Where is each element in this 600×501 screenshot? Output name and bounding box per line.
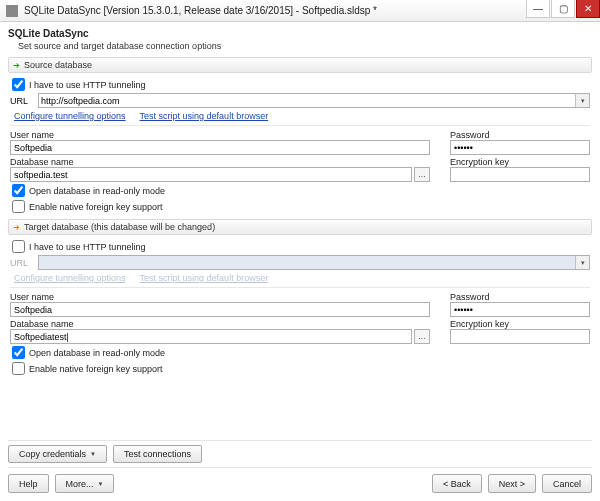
maximize-button[interactable]: ▢: [551, 0, 575, 18]
chevron-down-icon: ▾: [575, 256, 589, 269]
source-dbname-browse-button[interactable]: …: [414, 167, 430, 182]
source-enckey-input[interactable]: [450, 167, 590, 182]
target-dbname-browse-button[interactable]: …: [414, 329, 430, 344]
source-fk-checkbox[interactable]: [12, 200, 25, 213]
target-section-title: Target database (this database will be c…: [24, 222, 215, 232]
source-readonly-checkbox[interactable]: [12, 184, 25, 197]
target-username-input[interactable]: Softpedia: [10, 302, 430, 317]
source-readonly-label: Open database in read-only mode: [29, 186, 165, 196]
source-password-label: Password: [450, 130, 590, 140]
source-configure-tunnel-link[interactable]: Configure tunnelling options: [14, 111, 126, 121]
test-connections-button[interactable]: Test connections: [113, 445, 202, 463]
back-button[interactable]: < Back: [432, 474, 482, 493]
source-dbname-input[interactable]: softpedia.test: [10, 167, 412, 182]
page-heading: SQLite DataSync: [8, 28, 592, 39]
chevron-down-icon: ▼: [98, 481, 104, 487]
target-password-input[interactable]: ••••••: [450, 302, 590, 317]
source-fk-label: Enable native foreign key support: [29, 202, 163, 212]
next-button[interactable]: Next >: [488, 474, 536, 493]
target-enckey-input[interactable]: [450, 329, 590, 344]
target-username-label: User name: [10, 292, 430, 302]
target-password-label: Password: [450, 292, 590, 302]
app-icon: [6, 5, 18, 17]
target-url-label: URL: [10, 258, 38, 268]
more-button[interactable]: More... ▼: [55, 474, 115, 493]
minimize-button[interactable]: —: [526, 0, 550, 18]
source-dbname-label: Database name: [10, 157, 430, 167]
target-http-label: I have to use HTTP tunneling: [29, 242, 145, 252]
target-url-combo: ▾: [38, 255, 590, 270]
cancel-button[interactable]: Cancel: [542, 474, 592, 493]
source-section-header[interactable]: ➔ Source database: [8, 57, 592, 73]
source-username-label: User name: [10, 130, 430, 140]
source-url-label: URL: [10, 96, 38, 106]
source-username-input[interactable]: Softpedia: [10, 140, 430, 155]
close-button[interactable]: ✕: [576, 0, 600, 18]
expand-icon: ➔: [13, 223, 20, 232]
target-configure-tunnel-link: Configure tunnelling options: [14, 273, 126, 283]
target-readonly-label: Open database in read-only mode: [29, 348, 165, 358]
source-password-input[interactable]: ••••••: [450, 140, 590, 155]
window-title: SQLite DataSync [Version 15.3.0.1, Relea…: [24, 5, 526, 16]
target-dbname-input[interactable]: Softpediatest|: [10, 329, 412, 344]
source-url-value: http://softpedia.com: [41, 96, 120, 106]
chevron-down-icon[interactable]: ▾: [575, 94, 589, 107]
source-http-label: I have to use HTTP tunneling: [29, 80, 145, 90]
source-enckey-label: Encryption key: [450, 157, 590, 167]
source-url-combo[interactable]: http://softpedia.com ▾: [38, 93, 590, 108]
copy-credentials-button[interactable]: Copy credentials ▼: [8, 445, 107, 463]
target-dbname-label: Database name: [10, 319, 430, 329]
target-section-header[interactable]: ➔ Target database (this database will be…: [8, 219, 592, 235]
target-test-script-link: Test script using default browser: [140, 273, 269, 283]
target-http-checkbox[interactable]: [12, 240, 25, 253]
source-http-checkbox[interactable]: [12, 78, 25, 91]
target-enckey-label: Encryption key: [450, 319, 590, 329]
target-readonly-checkbox[interactable]: [12, 346, 25, 359]
target-fk-label: Enable native foreign key support: [29, 364, 163, 374]
target-fk-checkbox[interactable]: [12, 362, 25, 375]
help-button[interactable]: Help: [8, 474, 49, 493]
page-subheading: Set source and target database connectio…: [8, 41, 592, 51]
expand-icon: ➔: [13, 61, 20, 70]
source-test-script-link[interactable]: Test script using default browser: [140, 111, 269, 121]
chevron-down-icon: ▼: [90, 451, 96, 457]
title-bar: SQLite DataSync [Version 15.3.0.1, Relea…: [0, 0, 600, 22]
source-section-title: Source database: [24, 60, 92, 70]
